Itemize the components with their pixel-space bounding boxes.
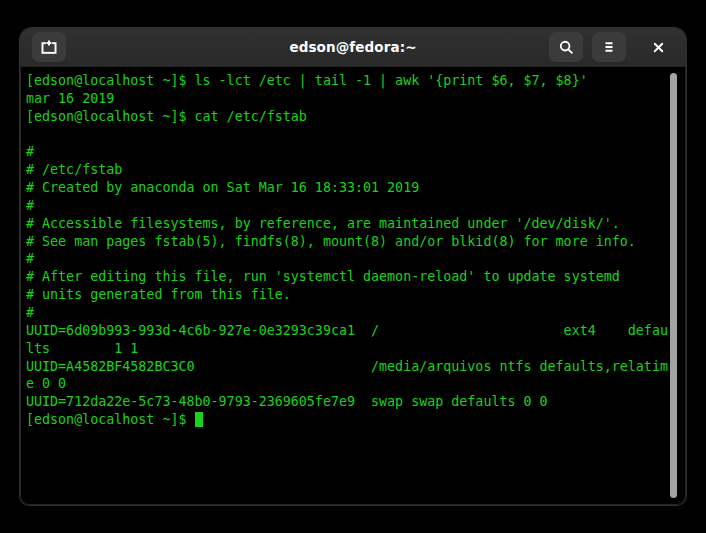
- terminal-output: [edson@localhost ~]$ ls -lct /etc | tail…: [26, 72, 672, 429]
- terminal-line: [edson@localhost ~]$ ls -lct /etc | tail…: [26, 72, 672, 90]
- search-icon: [558, 39, 575, 56]
- terminal-line: #: [26, 197, 672, 215]
- terminal-line: # Accessible filesystems, by reference, …: [26, 215, 672, 233]
- terminal-line: #: [26, 250, 672, 268]
- terminal-line: UUID=6d09b993-993d-4c6b-927e-0e3293c39ca…: [26, 322, 672, 340]
- shell-prompt: [edson@localhost ~]$: [26, 412, 195, 427]
- terminal-line: [edson@localhost ~]$ cat /etc/fstab: [26, 108, 672, 126]
- terminal-line: UUID=A4582BF4582BC3C0 /media/arquivos nt…: [26, 358, 672, 376]
- terminal-line: # Created by anaconda on Sat Mar 16 18:3…: [26, 179, 672, 197]
- terminal-line: # After editing this file, run 'systemct…: [26, 268, 672, 286]
- terminal-line: UUID=712da22e-5c73-48b0-9793-2369605fe7e…: [26, 393, 672, 411]
- terminal-line: # /etc/fstab: [26, 161, 672, 179]
- prompt-line: [edson@localhost ~]$: [26, 411, 672, 429]
- terminal-line: # See man pages fstab(5), findfs(8), mou…: [26, 233, 672, 251]
- desktop-background: { "titlebar": { "title": "edson@fedora:~…: [0, 0, 706, 533]
- terminal-line: mar 16 2019: [26, 90, 672, 108]
- terminal-window: edson@fedora:~: [20, 28, 686, 505]
- terminal-line: [26, 126, 672, 144]
- search-button[interactable]: [549, 32, 583, 62]
- scrollbar[interactable]: [670, 73, 677, 498]
- terminal-line: # units generated from this file.: [26, 286, 672, 304]
- close-button[interactable]: [641, 32, 675, 62]
- hamburger-menu-icon: [601, 39, 617, 55]
- close-icon: [651, 40, 666, 55]
- terminal-line: #: [26, 143, 672, 161]
- terminal-screen[interactable]: [edson@localhost ~]$ ls -lct /etc | tail…: [20, 66, 686, 505]
- text-cursor: [195, 412, 203, 427]
- terminal-line: lts 1 1: [26, 340, 672, 358]
- window-title: edson@fedora:~: [20, 28, 686, 66]
- terminal-line: #: [26, 304, 672, 322]
- menu-button[interactable]: [592, 32, 626, 62]
- titlebar[interactable]: edson@fedora:~: [20, 28, 686, 67]
- terminal-line: e 0 0: [26, 375, 672, 393]
